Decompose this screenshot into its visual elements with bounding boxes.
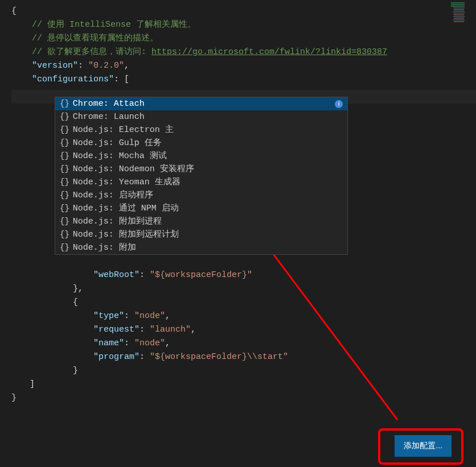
brace-close: }, (73, 284, 83, 294)
snippet-icon: {} (60, 189, 69, 201)
suggest-item[interactable]: {}Chrome: Launch (55, 110, 347, 123)
json-string: "${workspaceFolder}" (150, 270, 252, 280)
snippet-icon: {} (60, 150, 69, 162)
suggest-label: Node.js: Nodemon 安装程序 (73, 163, 194, 176)
suggest-label: Chrome: Attach (73, 97, 145, 111)
suggest-item[interactable]: {}Node.js: Electron 主 (55, 123, 347, 137)
suggest-label: Node.js: 附加到远程计划 (73, 228, 179, 242)
snippet-icon: {} (60, 228, 69, 241)
snippet-icon: {} (60, 176, 69, 188)
json-key: "configurations" (32, 75, 114, 84)
brace-open: { (73, 297, 78, 307)
intellisense-popup: {}Chrome: Attachi{}Chrome: Launch{}Node.… (55, 97, 348, 255)
snippet-icon: {} (60, 241, 69, 254)
suggest-list: {}Chrome: Attachi{}Chrome: Launch{}Node.… (55, 97, 347, 254)
suggest-item[interactable]: {}Node.js: Yeoman 生成器 (55, 176, 347, 189)
json-key: "program" (93, 352, 139, 362)
json-key: "version" (32, 61, 78, 71)
comment-line: // 使用 IntelliSense 了解相关属性。 (32, 20, 196, 30)
snippet-icon: {} (60, 97, 69, 110)
info-icon[interactable]: i (335, 100, 343, 108)
suggest-item[interactable]: {}Node.js: Mocha 测试 (55, 150, 347, 163)
minimap[interactable] (451, 2, 474, 42)
add-configuration-button[interactable]: 添加配置... (395, 435, 452, 457)
suggest-item[interactable]: {}Chrome: Attachi (55, 97, 347, 110)
suggest-item[interactable]: {}Node.js: 启动程序 (55, 189, 347, 202)
suggest-label: Node.js: Yeoman 生成器 (73, 176, 180, 189)
bracket-open: [ (124, 75, 129, 84)
brace-open: { (11, 6, 17, 16)
json-key: "name" (93, 338, 124, 348)
comment-line: // 悬停以查看现有属性的描述。 (32, 34, 158, 43)
comment-line: // 欲了解更多信息，请访问: (32, 47, 151, 57)
brace-close: } (11, 393, 17, 403)
comment-link[interactable]: https://go.microsoft.com/fwlink/?linkid=… (151, 47, 387, 57)
suggest-label: Node.js: Mocha 测试 (73, 150, 167, 163)
snippet-icon: {} (60, 123, 69, 136)
snippet-icon: {} (60, 110, 69, 123)
json-string: "0.2.0" (88, 61, 124, 71)
json-key: "request" (93, 325, 139, 334)
suggest-label: Node.js: 启动程序 (73, 189, 153, 202)
json-key: "webRoot" (93, 270, 139, 280)
suggest-item[interactable]: {}Node.js: 附加 (55, 241, 347, 254)
snippet-icon: {} (60, 215, 69, 228)
snippet-icon: {} (60, 137, 69, 149)
suggest-label: Node.js: 附加 (73, 241, 136, 255)
json-string: "${workspaceFolder}\\start" (150, 352, 288, 362)
brace-close: } (73, 366, 78, 375)
suggest-label: Node.js: 通过 NPM 启动 (73, 202, 179, 216)
json-string: "node" (134, 311, 165, 321)
suggest-label: Chrome: Launch (73, 110, 145, 124)
snippet-icon: {} (60, 163, 69, 175)
json-string: "launch" (150, 325, 191, 334)
json-string: "node" (134, 338, 165, 348)
snippet-icon: {} (60, 202, 69, 214)
suggest-item[interactable]: {}Node.js: Gulp 任务 (55, 137, 347, 150)
suggest-item[interactable]: {}Node.js: 通过 NPM 启动 (55, 202, 347, 215)
suggest-label: Node.js: Gulp 任务 (73, 137, 162, 150)
suggest-item[interactable]: {}Node.js: Nodemon 安装程序 (55, 163, 347, 176)
code-editor[interactable]: { // 使用 IntelliSense 了解相关属性。 // 悬停以查看现有属… (0, 0, 476, 405)
suggest-item[interactable]: {}Node.js: 附加到进程 (55, 215, 347, 228)
suggest-item[interactable]: {}Node.js: 附加到远程计划 (55, 228, 347, 241)
suggest-label: Node.js: 附加到进程 (73, 215, 162, 229)
json-key: "type" (93, 311, 124, 321)
bracket-close: ] (30, 379, 35, 389)
suggest-label: Node.js: Electron 主 (73, 123, 174, 137)
